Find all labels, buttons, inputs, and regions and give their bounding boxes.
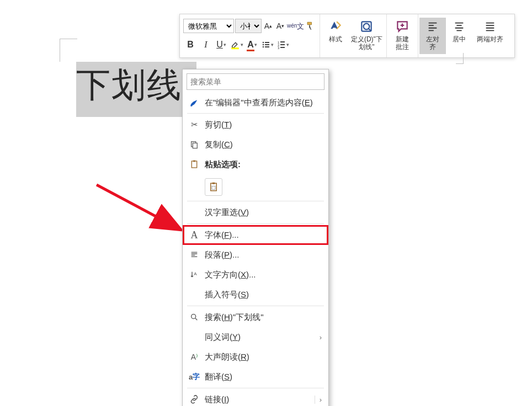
menu-insert-symbol[interactable]: 插入符号(S) <box>183 285 328 304</box>
separator <box>187 388 324 388</box>
menu-text-direction[interactable]: A 文字方向(X)... <box>183 265 328 285</box>
scissors-icon: ✂ <box>187 120 201 130</box>
context-menu: 在"编辑器"中查看所选内容(E) ✂ 剪切(T) 复制(C) 粘贴选项: 汉字重… <box>182 69 329 406</box>
context-search-input[interactable] <box>190 77 321 86</box>
phonetic-guide-icon[interactable]: wén文 <box>287 19 304 33</box>
font-a-icon: A <box>187 229 201 241</box>
submenu-arrow-icon: › <box>315 396 322 404</box>
menu-label: 复制(C) <box>205 140 322 150</box>
menu-read-aloud[interactable]: A⁾ 大声朗读(R) <box>183 347 328 367</box>
text-direction-icon: A <box>187 270 201 279</box>
menu-label: 段落(P)... <box>205 250 322 260</box>
separator <box>187 201 324 201</box>
svg-rect-17 <box>193 143 197 148</box>
menu-label: 搜索(H)"下划线" <box>205 312 322 323</box>
menu-cut[interactable]: ✂ 剪切(T) <box>183 115 328 135</box>
font-grow-icon[interactable]: A▴ <box>263 19 274 33</box>
menu-label: 文字方向(X)... <box>205 270 322 280</box>
menu-label: 链接(I) <box>205 394 315 405</box>
separator <box>187 306 324 306</box>
menu-label: 字体(F)... <box>205 230 322 241</box>
read-aloud-icon: A⁾ <box>187 352 201 361</box>
font-family-select[interactable]: 微软雅黑 <box>183 19 234 33</box>
copy-icon <box>187 140 201 149</box>
submenu-arrow-icon: › <box>320 333 322 341</box>
paste-options-row <box>183 174 328 200</box>
menu-link[interactable]: 链接(I) › <box>183 389 328 406</box>
menu-copy[interactable]: 复制(C) <box>183 135 328 154</box>
page-margin-marker <box>60 39 77 62</box>
menu-label: 剪切(T) <box>205 120 322 130</box>
menu-label: 汉字重选(V) <box>205 207 322 218</box>
font-shrink-icon[interactable]: A▾ <box>275 19 286 33</box>
menu-label: 翻译(S) <box>205 372 322 382</box>
paragraph-icon <box>187 250 201 259</box>
menu-view-in-editor[interactable]: 在"编辑器"中查看所选内容(E) <box>183 93 328 112</box>
separator <box>187 223 324 224</box>
clipboard-icon <box>187 159 201 169</box>
svg-rect-18 <box>191 161 196 168</box>
menu-label: 插入符号(S) <box>205 290 322 300</box>
menu-label: 在"编辑器"中查看所选内容(E) <box>205 98 322 108</box>
document-text[interactable]: 下划线 <box>76 62 182 108</box>
svg-rect-21 <box>212 183 215 184</box>
svg-point-24 <box>191 314 196 319</box>
menu-synonyms[interactable]: 同义词(Y) › <box>183 327 328 347</box>
page-margin-marker <box>456 53 464 64</box>
svg-rect-19 <box>193 161 195 162</box>
format-painter-icon[interactable] <box>305 19 316 33</box>
menu-translate[interactable]: a字 翻译(S) <box>183 367 328 387</box>
search-icon <box>187 313 201 322</box>
context-search-box[interactable] <box>187 73 324 90</box>
menu-paste-options: 粘贴选项: <box>183 154 328 174</box>
font-size-select[interactable]: 小初 <box>235 19 262 33</box>
translate-icon: a字 <box>187 372 201 382</box>
link-icon <box>187 394 201 404</box>
svg-rect-22 <box>212 186 215 190</box>
menu-label: 大声朗读(R) <box>205 352 322 362</box>
svg-text:A: A <box>194 271 197 276</box>
menu-search[interactable]: 搜索(H)"下划线" <box>183 307 328 327</box>
menu-paragraph[interactable]: 段落(P)... <box>183 245 328 265</box>
align-justify-button[interactable]: 两端对齐 <box>472 18 508 54</box>
menu-label: 粘贴选项: <box>205 159 322 170</box>
menu-font[interactable]: A 字体(F)... <box>183 225 328 245</box>
menu-label: 同义词(Y) <box>205 332 320 343</box>
separator <box>187 113 324 114</box>
menu-ime-reconvert[interactable]: 汉字重选(V) <box>183 202 328 222</box>
editor-pen-icon <box>187 98 201 108</box>
paste-keep-source-button[interactable] <box>205 178 222 196</box>
